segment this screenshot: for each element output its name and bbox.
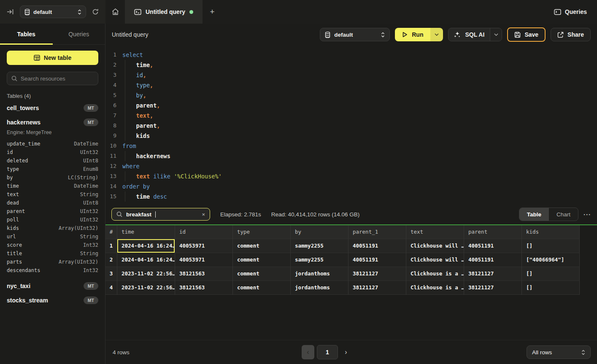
table-name: stocks_stream	[7, 297, 48, 304]
next-page-button[interactable]: ›	[340, 345, 351, 359]
page-size-selector[interactable]: All rows	[527, 345, 591, 359]
column-header-parent_1[interactable]: parent_1	[348, 225, 406, 239]
editor-line[interactable]: 5 by,	[105, 90, 597, 100]
editor-line[interactable]: 4 type,	[105, 80, 597, 90]
column-name: parent	[7, 208, 25, 214]
table-cell[interactable]: comment	[233, 267, 291, 281]
editor-line[interactable]: 8 parent,	[105, 121, 597, 131]
table-cell[interactable]: comment	[233, 239, 291, 253]
table-cell[interactable]: 38121127	[348, 267, 406, 281]
table-cell[interactable]: 38121127	[348, 281, 406, 295]
sidebar-tab-tables[interactable]: Tables	[0, 24, 53, 44]
resource-search-input[interactable]: Search resources	[7, 72, 98, 85]
table-cell[interactable]: 40051191	[348, 253, 406, 267]
tab-untitled-query[interactable]: Untitled query	[125, 0, 203, 24]
collapse-sidebar-icon[interactable]	[7, 9, 14, 15]
table-cell[interactable]: ["40066964"]	[522, 253, 580, 267]
editor-line[interactable]: 1select	[105, 50, 597, 60]
editor-line[interactable]: 9 kids	[105, 131, 597, 141]
table-cell[interactable]: sammy2255	[291, 239, 348, 253]
column-header-#[interactable]: #	[105, 225, 117, 239]
database-selector[interactable]: default	[20, 5, 86, 18]
editor-line[interactable]: 15 time desc	[105, 191, 597, 202]
table-cell[interactable]: 38121127	[464, 281, 522, 295]
current-page-button[interactable]: 1	[317, 345, 338, 359]
table-row[interactable]: 42023-11-02 22:56…38121563commentjordant…	[105, 281, 580, 295]
refresh-icon[interactable]	[92, 8, 99, 15]
column-header-type[interactable]: type	[233, 225, 291, 239]
view-toggle-chart[interactable]: Chart	[549, 208, 578, 221]
editor-line[interactable]: 12where	[105, 161, 597, 171]
editor-line[interactable]: 10from	[105, 141, 597, 151]
column-type: UInt8	[83, 158, 98, 164]
clear-search-icon[interactable]: ×	[202, 211, 205, 218]
save-button[interactable]: Save	[507, 27, 546, 42]
results-search-input[interactable]: breakfast ×	[111, 208, 210, 221]
table-cell[interactable]: 40051191	[348, 239, 406, 253]
column-header-time[interactable]: time	[117, 225, 175, 239]
table-cell[interactable]: jordanthoms	[291, 267, 348, 281]
column-row: deadUInt8	[0, 199, 105, 207]
table-cell[interactable]: 38121563	[175, 267, 233, 281]
column-header-parent[interactable]: parent	[464, 225, 522, 239]
table-cell[interactable]: 40053971	[175, 239, 233, 253]
editor-line[interactable]: 14order by	[105, 181, 597, 191]
table-cell[interactable]: Clickhouse will …	[406, 253, 464, 267]
table-cell[interactable]: Clickhouse will …	[406, 239, 464, 253]
table-row[interactable]: 32023-11-02 22:56…38121563commentjordant…	[105, 267, 580, 281]
sql-ai-button[interactable]: SQL AI	[448, 31, 490, 38]
table-cell[interactable]: comment	[233, 281, 291, 295]
sql-ai-options-button[interactable]	[490, 28, 502, 41]
table-cell[interactable]: 2024-04-16 16:24…	[117, 239, 175, 253]
queries-button[interactable]: Queries	[544, 0, 597, 24]
table-cell[interactable]: Clickhouse is a …	[406, 267, 464, 281]
table-item-cell_towers[interactable]: cell_towersMT	[0, 101, 105, 115]
column-type: String	[80, 191, 98, 197]
home-icon[interactable]	[105, 0, 125, 24]
table-cell[interactable]: 40051191	[464, 253, 522, 267]
table-cell[interactable]: Clickhouse is a …	[406, 281, 464, 295]
table-item-hackernews[interactable]: hackernewsMT	[0, 115, 105, 129]
column-header-by[interactable]: by	[291, 225, 348, 239]
table-cell[interactable]: []	[522, 239, 580, 253]
table-row[interactable]: 22024-04-16 16:24…40053971commentsammy22…	[105, 253, 580, 267]
run-options-button[interactable]	[430, 28, 443, 41]
column-header-id[interactable]: id	[175, 225, 233, 239]
share-button[interactable]: Share	[551, 28, 591, 41]
column-header-kids[interactable]: kids	[522, 225, 580, 239]
sql-editor[interactable]: 1select2 time,3 id,4 type,5 by,6 parent,…	[105, 46, 597, 203]
table-cell[interactable]: []	[522, 267, 580, 281]
column-row: pollUInt32	[0, 216, 105, 224]
engine-badge: MT	[84, 282, 98, 290]
table-item-stocks_stream[interactable]: stocks_streamMT	[0, 293, 105, 307]
column-header-text[interactable]: text	[406, 225, 464, 239]
editor-line[interactable]: 13 text ilike '%ClickHouse%'	[105, 171, 597, 181]
table-cell[interactable]: 2023-11-02 22:56…	[117, 281, 175, 295]
table-item-nyc_taxi[interactable]: nyc_taxiMT	[0, 279, 105, 293]
sidebar-tab-queries[interactable]: Queries	[53, 24, 105, 44]
column-type: UInt32	[80, 149, 98, 155]
query-database-selector[interactable]: default	[320, 28, 390, 41]
table-row[interactable]: 12024-04-16 16:24…40053971commentsammy22…	[105, 239, 580, 253]
editor-line[interactable]: 11 hackernews	[105, 151, 597, 161]
new-tab-button[interactable]: +	[203, 0, 222, 24]
table-cell[interactable]: 2024-04-16 16:24…	[117, 253, 175, 267]
new-table-button[interactable]: New table	[7, 51, 98, 65]
table-cell[interactable]: 38121127	[464, 267, 522, 281]
table-cell[interactable]: 40051191	[464, 239, 522, 253]
prev-page-button[interactable]: ‹	[302, 345, 314, 359]
editor-line[interactable]: 7 text,	[105, 111, 597, 121]
run-button[interactable]: Run	[395, 28, 430, 41]
table-cell[interactable]: 40053971	[175, 253, 233, 267]
table-cell[interactable]: 38121563	[175, 281, 233, 295]
table-cell[interactable]: jordanthoms	[291, 281, 348, 295]
view-toggle-table[interactable]: Table	[519, 208, 549, 221]
editor-line[interactable]: 6 parent,	[105, 100, 597, 111]
editor-line[interactable]: 2 time,	[105, 60, 597, 70]
more-options-icon[interactable]: ···	[583, 211, 591, 218]
table-cell[interactable]: comment	[233, 253, 291, 267]
editor-line[interactable]: 3 id,	[105, 70, 597, 80]
table-cell[interactable]: sammy2255	[291, 253, 348, 267]
table-cell[interactable]: 2023-11-02 22:56…	[117, 267, 175, 281]
table-cell[interactable]: []	[522, 281, 580, 295]
